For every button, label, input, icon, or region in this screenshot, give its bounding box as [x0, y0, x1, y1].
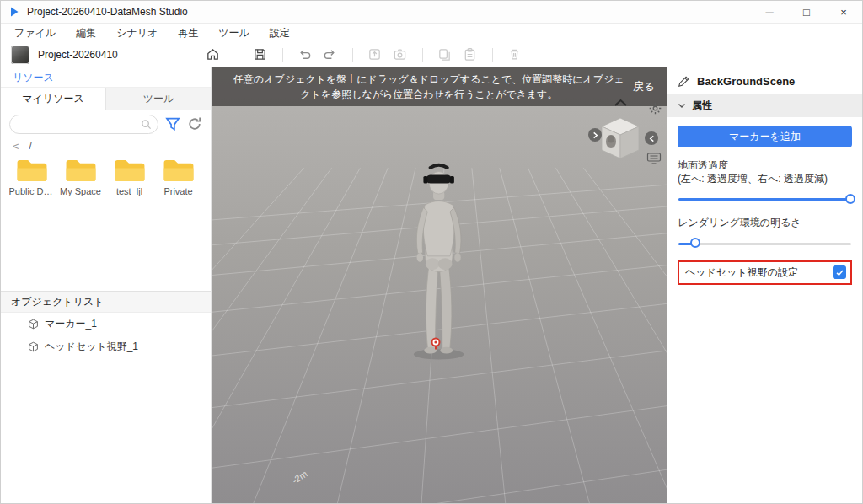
check-icon	[835, 268, 844, 277]
project-name: Project-20260410	[38, 49, 118, 61]
back-button[interactable]: 戻る	[633, 79, 655, 94]
chevron-up-icon	[614, 98, 628, 108]
home-button[interactable]	[201, 45, 226, 65]
resource-tabs: マイリソース ツール	[1, 88, 211, 110]
scene-header: BackGroundScene	[667, 67, 862, 94]
save-button[interactable]	[248, 45, 273, 65]
slider-handle[interactable]	[690, 238, 700, 248]
search-row	[1, 110, 211, 137]
folder-item-test-ljl[interactable]: test_ljl	[105, 158, 153, 217]
tab-my-resources[interactable]: マイリソース	[1, 88, 106, 110]
copy-button[interactable]	[432, 45, 458, 65]
marker-pin[interactable]	[430, 337, 442, 351]
close-button[interactable]: ×	[825, 1, 862, 23]
refresh-icon	[187, 116, 202, 131]
view-cube-icon	[600, 116, 641, 160]
properties-panel: BackGroundScene 属性 マーカーを追加 地面透過度 (左へ: 透過…	[667, 67, 862, 503]
copy-icon	[437, 47, 452, 62]
window-title: Project-20260410-DataMesh Studio	[27, 6, 188, 18]
redo-icon	[323, 47, 337, 62]
folder-item-my-space[interactable]: My Space	[56, 158, 105, 217]
menu-bar: ファイル 編集 シナリオ 再生 ツール 設定	[1, 24, 862, 42]
app-logo-icon	[8, 6, 20, 18]
undo-button[interactable]	[292, 45, 318, 65]
snapshot-icon	[393, 47, 407, 62]
menu-item-scenario[interactable]: シナリオ	[106, 24, 168, 42]
menu-item-settings[interactable]: 設定	[260, 24, 300, 42]
add-marker-button[interactable]: マーカーを追加	[678, 126, 852, 147]
tab-tools[interactable]: ツール	[106, 88, 211, 110]
menu-item-tools[interactable]: ツール	[208, 24, 260, 42]
folder-icon	[162, 158, 196, 184]
delete-button[interactable]	[502, 45, 528, 65]
trash-icon	[507, 47, 522, 62]
rotate-up-button[interactable]	[614, 98, 628, 108]
redo-button[interactable]	[318, 45, 343, 65]
folder-item-public-dir[interactable]: Public Dir…	[8, 158, 56, 217]
attributes-section-header[interactable]: 属性	[667, 94, 862, 117]
rotate-left-button[interactable]	[588, 128, 602, 142]
minimize-button[interactable]: ─	[751, 1, 788, 23]
resource-panel: リソース マイリソース ツール < /	[1, 67, 212, 503]
home-icon	[206, 47, 220, 62]
filter-button[interactable]	[165, 116, 180, 131]
headset-view-checkbox[interactable]	[833, 265, 846, 279]
attributes-content: マーカーを追加 地面透過度 (左へ: 透過度増、右へ: 透過度減) レンダリング…	[667, 117, 862, 285]
search-input[interactable]	[9, 115, 158, 134]
title-bar: Project-20260410-DataMesh Studio ─ □ ×	[1, 1, 862, 24]
ground-transparency-hint: (左へ: 透過度増、右へ: 透過度減)	[678, 172, 852, 185]
ground-transparency-slider[interactable]	[678, 193, 851, 205]
chevron-right-icon	[592, 131, 599, 139]
folder-label: test_ljl	[116, 186, 142, 196]
filter-icon	[165, 116, 180, 131]
folder-item-private[interactable]: Private	[154, 158, 202, 217]
object-label: ヘッドセット視野_1	[45, 340, 138, 354]
cube-icon	[28, 319, 39, 330]
object-list-item-headset-view[interactable]: ヘッドセット視野_1	[1, 335, 211, 358]
folder-grid: Public Dir… My Space test_ljl Private	[1, 154, 211, 217]
viewport-settings-button[interactable]	[648, 101, 662, 115]
edit-pencil-icon[interactable]	[678, 76, 689, 88]
chevron-left-icon	[648, 135, 656, 142]
slider-fill	[678, 198, 851, 201]
menu-item-file[interactable]: ファイル	[4, 24, 66, 42]
rotate-right-button[interactable]	[645, 131, 658, 145]
publish-button[interactable]	[362, 45, 388, 65]
cube-icon	[28, 341, 39, 352]
maximize-button[interactable]: □	[788, 1, 825, 23]
paste-icon	[463, 47, 477, 62]
view-cube[interactable]	[600, 116, 641, 160]
save-icon	[253, 47, 267, 62]
resources-tab-row: リソース	[1, 67, 211, 88]
mannequin-figure[interactable]	[389, 138, 486, 364]
hint-banner: 任意のオブジェクトを盤上にドラッグ＆ドロップすることで、位置調整時にオブジェクト…	[212, 67, 667, 106]
headset-setting-label: ヘッドセット視野の設定	[685, 265, 833, 280]
undo-icon	[297, 47, 312, 62]
search-box	[9, 115, 158, 134]
project-thumbnail	[11, 46, 29, 64]
hint-text: 任意のオブジェクトを盤上にドラッグ＆ドロップすることで、位置調整時にオブジェクト…	[233, 72, 624, 102]
publish-icon	[367, 47, 382, 62]
scene-name: BackGroundScene	[697, 75, 795, 88]
breadcrumb-back[interactable]: <	[13, 140, 19, 153]
folder-icon	[64, 158, 98, 184]
resources-tab[interactable]: リソース	[13, 71, 54, 89]
folder-icon	[15, 158, 49, 184]
breadcrumb-path: /	[29, 140, 32, 152]
refresh-button[interactable]	[187, 116, 202, 131]
object-label: マーカー_1	[45, 317, 97, 331]
brightness-slider[interactable]	[678, 238, 851, 249]
headset-setting-highlight-box: ヘッドセット視野の設定	[678, 260, 852, 285]
brightness-label: レンダリング環境の明るさ	[678, 216, 852, 229]
viewport-canvas[interactable]: -2m 任意のオブジェクトを盤上にドラッグ＆ドロップすることで、位置調整時にオブ…	[212, 67, 667, 503]
paste-button[interactable]	[458, 45, 483, 65]
ground-transparency-label: 地面透過度	[678, 158, 852, 172]
snapshot-button[interactable]	[388, 45, 413, 65]
folder-label: Public Dir…	[9, 186, 55, 196]
slider-track	[678, 243, 851, 245]
object-list-item-marker[interactable]: マーカー_1	[1, 313, 211, 335]
menu-item-edit[interactable]: 編集	[66, 24, 106, 42]
menu-item-play[interactable]: 再生	[168, 24, 208, 42]
display-panel-button[interactable]	[646, 152, 662, 165]
slider-handle[interactable]	[845, 194, 855, 204]
